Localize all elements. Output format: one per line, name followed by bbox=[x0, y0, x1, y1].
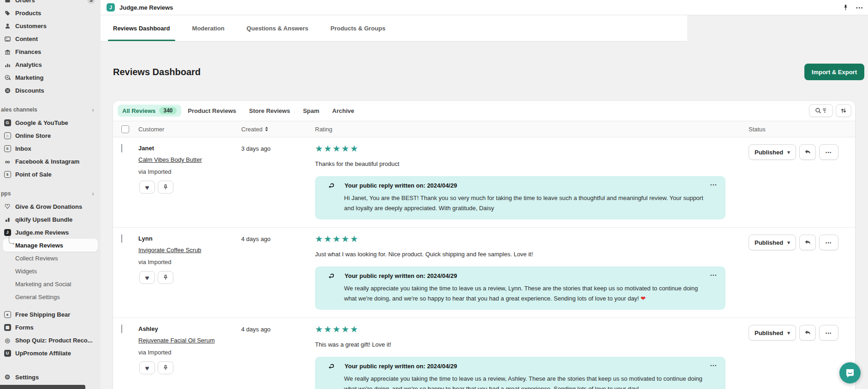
column-created[interactable]: Created bbox=[241, 126, 315, 133]
tab-moderation[interactable]: Moderation bbox=[186, 15, 231, 41]
filter-store-reviews[interactable]: Store Reviews bbox=[243, 105, 297, 117]
pin-review-button[interactable] bbox=[158, 271, 173, 284]
sidebar-item-discounts[interactable]: Discounts bbox=[3, 84, 98, 97]
product-link[interactable]: Rejuvenate Facial Oil Serum bbox=[138, 337, 214, 344]
pushpin-icon bbox=[162, 365, 169, 371]
search-filter-button[interactable] bbox=[809, 104, 833, 117]
product-link[interactable]: Invigorate Coffee Scrub bbox=[138, 247, 201, 253]
status-bar-preview bbox=[0, 385, 85, 389]
sidebar-item-analytics[interactable]: Analytics bbox=[3, 58, 98, 71]
sidebar-item-orders[interactable]: Orders 5 bbox=[3, 0, 98, 6]
gear-icon: ⚙ bbox=[4, 373, 11, 381]
heart-icon: ♥ bbox=[145, 184, 149, 191]
customer-name: Lynn bbox=[138, 235, 241, 242]
reply-body: We really appreciate you taking the time… bbox=[344, 283, 705, 304]
sidebar-item-online-store[interactable]: ⌂ Online Store bbox=[3, 129, 98, 142]
reply-button[interactable] bbox=[799, 144, 816, 160]
reply-arrow-icon bbox=[804, 148, 811, 156]
heart-icon: ♥ bbox=[145, 365, 149, 371]
sidebar-item-give-grow[interactable]: ♡ Give & Grow Donations bbox=[3, 200, 98, 213]
apps-header[interactable]: pps › bbox=[1, 187, 98, 200]
sidebar-item-forms[interactable]: ▤ Forms bbox=[3, 321, 98, 334]
media-icon bbox=[4, 35, 11, 42]
tree-connector-icon bbox=[9, 236, 13, 244]
sidebar-subitem-manage-reviews[interactable]: Manage Reviews bbox=[3, 239, 98, 252]
sidebar-item-customers[interactable]: Customers bbox=[3, 19, 98, 32]
heart-outline-icon: ♡ bbox=[4, 203, 11, 210]
table-header: Customer Created Rating Status bbox=[113, 121, 855, 137]
sidebar-item-point-of-sale[interactable]: $ Point of Sale bbox=[3, 168, 98, 181]
uppromote-icon: U bbox=[4, 349, 11, 357]
sidebar-item-facebook-instagram[interactable]: ∞ Facebook & Instagram bbox=[3, 155, 98, 168]
status-dropdown[interactable]: Published ▾ bbox=[749, 325, 796, 341]
sort-button[interactable] bbox=[836, 104, 851, 117]
sidebar-item-label: Orders bbox=[15, 0, 35, 4]
tab-products-groups[interactable]: Products & Groups bbox=[325, 15, 392, 41]
review-row: Janet Calm Vibes Body Butter via Importe… bbox=[113, 137, 855, 228]
sidebar-subitem-widgets[interactable]: Widgets bbox=[3, 265, 98, 277]
product-link[interactable]: Calm Vibes Body Butter bbox=[138, 156, 202, 163]
favorite-button[interactable]: ♥ bbox=[139, 181, 155, 194]
row-overflow-button[interactable]: ⋯ bbox=[819, 235, 838, 250]
sidebar-subitem-label: Marketing and Social bbox=[15, 281, 71, 288]
sidebar-subitem-collect-reviews[interactable]: Collect Reviews bbox=[3, 252, 98, 265]
row-checkbox[interactable] bbox=[121, 324, 122, 333]
sidebar-item-marketing[interactable]: Marketing bbox=[3, 71, 98, 84]
pin-review-button[interactable] bbox=[158, 361, 173, 374]
public-reply-box: Your public reply written on: 2024/04/29… bbox=[315, 357, 725, 389]
sidebar-item-label: Judge.me Reviews bbox=[15, 229, 69, 236]
sidebar-item-finances[interactable]: Finances bbox=[3, 45, 98, 58]
reply-overflow-button[interactable]: ⋯ bbox=[710, 181, 717, 189]
rating-stars: ★★★★★ bbox=[315, 144, 749, 153]
filter-archive[interactable]: Archive bbox=[326, 105, 361, 117]
sidebar-item-google-youtube[interactable]: G Google & YouTube bbox=[3, 116, 98, 129]
tab-reviews-dashboard[interactable]: Reviews Dashboard bbox=[107, 15, 176, 41]
reply-button[interactable] bbox=[799, 325, 816, 341]
tab-questions-answers[interactable]: Questions & Answers bbox=[241, 15, 315, 41]
reply-overflow-button[interactable]: ⋯ bbox=[710, 361, 717, 370]
chat-widget-button[interactable] bbox=[839, 362, 861, 383]
sidebar-item-uppromote[interactable]: U UpPromote Affiliate bbox=[3, 347, 98, 360]
sidebar-item-label: Point of Sale bbox=[15, 171, 52, 178]
page-title: Reviews Dashboard bbox=[113, 67, 201, 77]
topbar-overflow-button[interactable]: ⋯ bbox=[856, 3, 863, 12]
sidebar-item-inbox[interactable]: S Inbox bbox=[3, 142, 98, 155]
sidebar-item-qikify[interactable]: qikify Upsell Bundle bbox=[3, 213, 98, 226]
favorite-button[interactable]: ♥ bbox=[139, 271, 155, 284]
sidebar-item-settings[interactable]: ⚙ Settings bbox=[3, 371, 98, 383]
all-reviews-count-badge: 340 bbox=[159, 107, 177, 114]
sidebar-item-shop-quiz[interactable]: ◎ Shop Quiz: Product Reco... bbox=[3, 334, 98, 347]
sidebar-subitem-general-settings[interactable]: General Settings bbox=[3, 290, 98, 303]
app-title-bar: J Judge.me Reviews ⋯ bbox=[101, 0, 868, 15]
sidebar-item-products[interactable]: Products bbox=[3, 6, 98, 19]
orders-icon bbox=[4, 0, 11, 4]
select-all-checkbox[interactable] bbox=[121, 125, 129, 133]
row-overflow-button[interactable]: ⋯ bbox=[819, 144, 838, 160]
reply-loop-icon bbox=[327, 363, 335, 370]
filter-all-reviews[interactable]: All Reviews 340 bbox=[118, 105, 181, 117]
sort-created-icon[interactable] bbox=[265, 127, 268, 131]
row-overflow-button[interactable]: ⋯ bbox=[819, 325, 838, 341]
main-area: J Judge.me Reviews ⋯ Reviews Dashboard M… bbox=[101, 0, 868, 389]
pin-review-button[interactable] bbox=[158, 181, 173, 194]
row-checkbox[interactable] bbox=[121, 144, 122, 153]
filter-product-reviews[interactable]: Product Reviews bbox=[181, 105, 243, 117]
reply-button[interactable] bbox=[799, 235, 816, 250]
import-export-button[interactable]: Import & Export bbox=[804, 64, 864, 80]
favorite-button[interactable]: ♥ bbox=[139, 361, 155, 374]
review-row: Ashley Rejuvenate Facial Oil Serum via I… bbox=[113, 318, 855, 389]
tag-icon bbox=[4, 9, 11, 17]
sidebar-item-label: Settings bbox=[15, 374, 39, 381]
sidebar-item-content[interactable]: Content bbox=[3, 32, 98, 45]
status-dropdown[interactable]: Published ▾ bbox=[749, 144, 796, 160]
sidebar-item-free-shipping-bear[interactable]: ᴥ Free Shipping Bear bbox=[3, 308, 98, 321]
sidebar-item-judgeme[interactable]: J Judge.me Reviews bbox=[3, 226, 98, 239]
reply-overflow-button[interactable]: ⋯ bbox=[710, 271, 717, 279]
filter-spam[interactable]: Spam bbox=[297, 105, 326, 117]
row-checkbox[interactable] bbox=[121, 234, 122, 243]
sales-channels-header[interactable]: ales channels › bbox=[1, 103, 98, 116]
pin-app-button[interactable] bbox=[842, 4, 849, 11]
chat-bubble-icon bbox=[844, 367, 856, 378]
status-dropdown[interactable]: Published ▾ bbox=[749, 235, 796, 250]
sidebar-subitem-marketing-social[interactable]: Marketing and Social bbox=[3, 277, 98, 290]
